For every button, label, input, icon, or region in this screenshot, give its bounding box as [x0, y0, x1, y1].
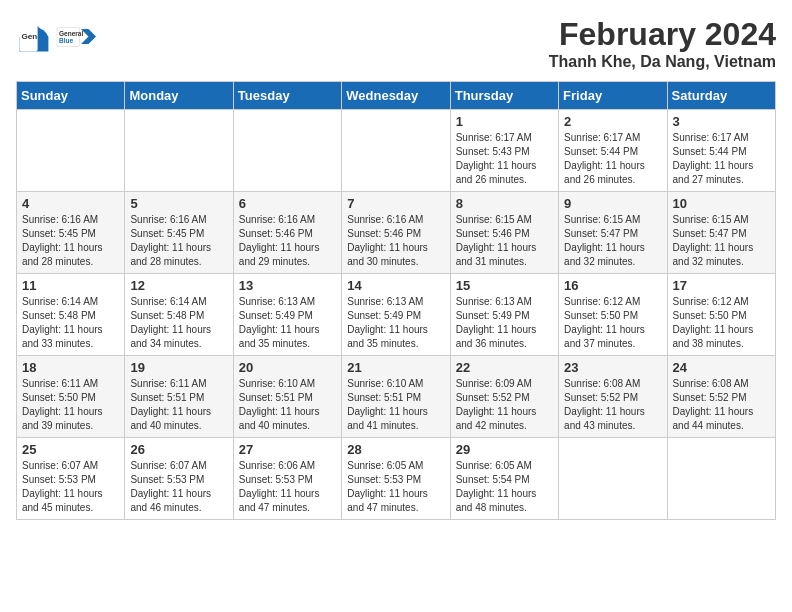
day-info: Sunrise: 6:10 AM Sunset: 5:51 PM Dayligh… — [347, 377, 444, 433]
logo-icon: Gen — [16, 19, 52, 55]
day-number: 27 — [239, 442, 336, 457]
calendar-cell — [125, 110, 233, 192]
calendar-cell: 29Sunrise: 6:05 AM Sunset: 5:54 PM Dayli… — [450, 438, 558, 520]
day-number: 21 — [347, 360, 444, 375]
calendar-cell: 7Sunrise: 6:16 AM Sunset: 5:46 PM Daylig… — [342, 192, 450, 274]
calendar-cell: 10Sunrise: 6:15 AM Sunset: 5:47 PM Dayli… — [667, 192, 775, 274]
calendar-cell: 13Sunrise: 6:13 AM Sunset: 5:49 PM Dayli… — [233, 274, 341, 356]
day-number: 19 — [130, 360, 227, 375]
day-number: 3 — [673, 114, 770, 129]
day-info: Sunrise: 6:14 AM Sunset: 5:48 PM Dayligh… — [22, 295, 119, 351]
day-number: 28 — [347, 442, 444, 457]
day-info: Sunrise: 6:12 AM Sunset: 5:50 PM Dayligh… — [564, 295, 661, 351]
day-info: Sunrise: 6:07 AM Sunset: 5:53 PM Dayligh… — [22, 459, 119, 515]
day-info: Sunrise: 6:16 AM Sunset: 5:46 PM Dayligh… — [239, 213, 336, 269]
month-title: February 2024 — [549, 16, 776, 53]
day-number: 7 — [347, 196, 444, 211]
calendar-cell: 1Sunrise: 6:17 AM Sunset: 5:43 PM Daylig… — [450, 110, 558, 192]
day-number: 10 — [673, 196, 770, 211]
day-number: 12 — [130, 278, 227, 293]
calendar-week-4: 18Sunrise: 6:11 AM Sunset: 5:50 PM Dayli… — [17, 356, 776, 438]
day-number: 8 — [456, 196, 553, 211]
day-info: Sunrise: 6:17 AM Sunset: 5:44 PM Dayligh… — [673, 131, 770, 187]
svg-text:General: General — [59, 30, 83, 37]
day-number: 16 — [564, 278, 661, 293]
weekday-wednesday: Wednesday — [342, 82, 450, 110]
logo: Gen General Blue — [16, 16, 106, 58]
calendar-cell — [233, 110, 341, 192]
calendar-cell — [342, 110, 450, 192]
day-number: 1 — [456, 114, 553, 129]
day-info: Sunrise: 6:13 AM Sunset: 5:49 PM Dayligh… — [239, 295, 336, 351]
svg-marker-7 — [81, 29, 96, 44]
calendar-cell: 28Sunrise: 6:05 AM Sunset: 5:53 PM Dayli… — [342, 438, 450, 520]
calendar-week-2: 4Sunrise: 6:16 AM Sunset: 5:45 PM Daylig… — [17, 192, 776, 274]
calendar-cell: 16Sunrise: 6:12 AM Sunset: 5:50 PM Dayli… — [559, 274, 667, 356]
day-info: Sunrise: 6:13 AM Sunset: 5:49 PM Dayligh… — [456, 295, 553, 351]
calendar-week-1: 1Sunrise: 6:17 AM Sunset: 5:43 PM Daylig… — [17, 110, 776, 192]
day-info: Sunrise: 6:17 AM Sunset: 5:44 PM Dayligh… — [564, 131, 661, 187]
day-info: Sunrise: 6:16 AM Sunset: 5:46 PM Dayligh… — [347, 213, 444, 269]
calendar-cell: 27Sunrise: 6:06 AM Sunset: 5:53 PM Dayli… — [233, 438, 341, 520]
day-number: 22 — [456, 360, 553, 375]
day-info: Sunrise: 6:16 AM Sunset: 5:45 PM Dayligh… — [130, 213, 227, 269]
calendar-cell: 22Sunrise: 6:09 AM Sunset: 5:52 PM Dayli… — [450, 356, 558, 438]
svg-text:Gen: Gen — [21, 32, 37, 41]
calendar-cell: 19Sunrise: 6:11 AM Sunset: 5:51 PM Dayli… — [125, 356, 233, 438]
page-header: Gen General Blue February 2024 Thanh Khe… — [16, 16, 776, 71]
day-info: Sunrise: 6:12 AM Sunset: 5:50 PM Dayligh… — [673, 295, 770, 351]
day-number: 9 — [564, 196, 661, 211]
day-number: 23 — [564, 360, 661, 375]
weekday-thursday: Thursday — [450, 82, 558, 110]
weekday-header-row: SundayMondayTuesdayWednesdayThursdayFrid… — [17, 82, 776, 110]
day-number: 24 — [673, 360, 770, 375]
day-info: Sunrise: 6:15 AM Sunset: 5:47 PM Dayligh… — [673, 213, 770, 269]
day-number: 13 — [239, 278, 336, 293]
calendar-cell: 4Sunrise: 6:16 AM Sunset: 5:45 PM Daylig… — [17, 192, 125, 274]
calendar-cell: 12Sunrise: 6:14 AM Sunset: 5:48 PM Dayli… — [125, 274, 233, 356]
day-info: Sunrise: 6:11 AM Sunset: 5:50 PM Dayligh… — [22, 377, 119, 433]
calendar-cell: 17Sunrise: 6:12 AM Sunset: 5:50 PM Dayli… — [667, 274, 775, 356]
day-number: 18 — [22, 360, 119, 375]
weekday-monday: Monday — [125, 82, 233, 110]
day-info: Sunrise: 6:09 AM Sunset: 5:52 PM Dayligh… — [456, 377, 553, 433]
calendar-body: 1Sunrise: 6:17 AM Sunset: 5:43 PM Daylig… — [17, 110, 776, 520]
day-info: Sunrise: 6:11 AM Sunset: 5:51 PM Dayligh… — [130, 377, 227, 433]
day-info: Sunrise: 6:14 AM Sunset: 5:48 PM Dayligh… — [130, 295, 227, 351]
day-number: 11 — [22, 278, 119, 293]
calendar-cell: 25Sunrise: 6:07 AM Sunset: 5:53 PM Dayli… — [17, 438, 125, 520]
day-number: 20 — [239, 360, 336, 375]
calendar-cell: 5Sunrise: 6:16 AM Sunset: 5:45 PM Daylig… — [125, 192, 233, 274]
day-info: Sunrise: 6:08 AM Sunset: 5:52 PM Dayligh… — [564, 377, 661, 433]
calendar-cell — [17, 110, 125, 192]
day-number: 26 — [130, 442, 227, 457]
calendar-cell: 8Sunrise: 6:15 AM Sunset: 5:46 PM Daylig… — [450, 192, 558, 274]
location: Thanh Khe, Da Nang, Vietnam — [549, 53, 776, 71]
calendar-cell: 2Sunrise: 6:17 AM Sunset: 5:44 PM Daylig… — [559, 110, 667, 192]
day-info: Sunrise: 6:10 AM Sunset: 5:51 PM Dayligh… — [239, 377, 336, 433]
day-info: Sunrise: 6:15 AM Sunset: 5:46 PM Dayligh… — [456, 213, 553, 269]
calendar-cell: 6Sunrise: 6:16 AM Sunset: 5:46 PM Daylig… — [233, 192, 341, 274]
logo-graphic: General Blue — [56, 16, 106, 58]
weekday-sunday: Sunday — [17, 82, 125, 110]
calendar-cell: 3Sunrise: 6:17 AM Sunset: 5:44 PM Daylig… — [667, 110, 775, 192]
title-block: February 2024 Thanh Khe, Da Nang, Vietna… — [549, 16, 776, 71]
calendar-cell: 15Sunrise: 6:13 AM Sunset: 5:49 PM Dayli… — [450, 274, 558, 356]
day-info: Sunrise: 6:07 AM Sunset: 5:53 PM Dayligh… — [130, 459, 227, 515]
day-number: 14 — [347, 278, 444, 293]
calendar-cell: 18Sunrise: 6:11 AM Sunset: 5:50 PM Dayli… — [17, 356, 125, 438]
day-number: 29 — [456, 442, 553, 457]
day-number: 6 — [239, 196, 336, 211]
day-number: 4 — [22, 196, 119, 211]
day-number: 2 — [564, 114, 661, 129]
calendar-cell: 24Sunrise: 6:08 AM Sunset: 5:52 PM Dayli… — [667, 356, 775, 438]
calendar-week-3: 11Sunrise: 6:14 AM Sunset: 5:48 PM Dayli… — [17, 274, 776, 356]
weekday-saturday: Saturday — [667, 82, 775, 110]
svg-text:Blue: Blue — [59, 37, 73, 44]
day-info: Sunrise: 6:13 AM Sunset: 5:49 PM Dayligh… — [347, 295, 444, 351]
calendar-cell — [559, 438, 667, 520]
day-info: Sunrise: 6:08 AM Sunset: 5:52 PM Dayligh… — [673, 377, 770, 433]
day-number: 15 — [456, 278, 553, 293]
day-info: Sunrise: 6:06 AM Sunset: 5:53 PM Dayligh… — [239, 459, 336, 515]
calendar-cell: 20Sunrise: 6:10 AM Sunset: 5:51 PM Dayli… — [233, 356, 341, 438]
